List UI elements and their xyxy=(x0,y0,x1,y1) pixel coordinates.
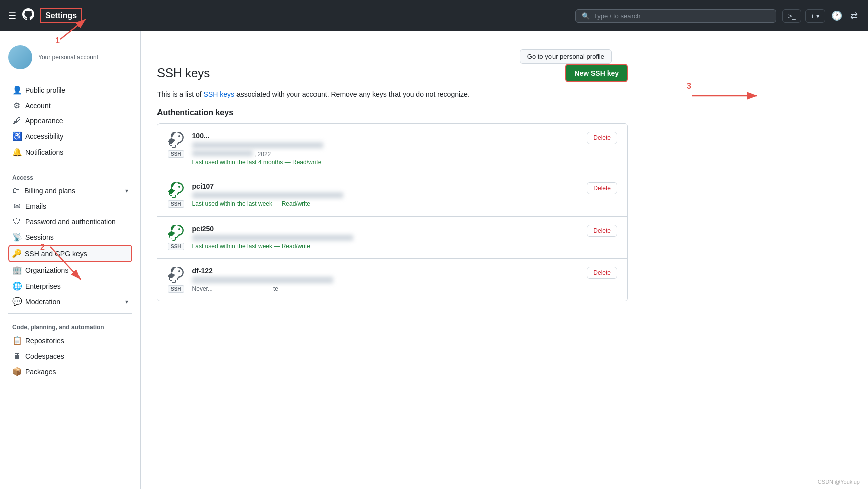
ssh-fingerprint-4 xyxy=(192,277,333,283)
ssh-name-1: 100... xyxy=(192,132,579,140)
sidebar-label-codespaces: Codespaces xyxy=(25,352,64,360)
sidebar-item-emails[interactable]: ✉ Emails xyxy=(8,198,132,214)
desc-text-after: associated with your account. Remove any… xyxy=(236,90,470,98)
main-content: Go to your personal profile SSH keys New… xyxy=(141,31,644,489)
ssh-key-item-4: SSH df-122 Never... te Delete xyxy=(157,259,627,301)
access-section-label: Access xyxy=(8,168,132,183)
sidebar-label-account: Account xyxy=(25,102,51,110)
billing-icon: 🗂 xyxy=(12,186,20,195)
new-ssh-key-button[interactable]: New SSH key xyxy=(565,64,628,82)
sessions-icon: 📡 xyxy=(12,232,21,242)
main-layout: Your personal account 👤 Public profile ⚙… xyxy=(0,31,868,489)
sidebar-label-appearance: Appearance xyxy=(25,117,63,125)
auth-section-title: Authentication keys xyxy=(157,108,628,117)
ssh-fingerprint-3 xyxy=(192,235,353,241)
repo-icon: 📋 xyxy=(12,336,21,345)
sidebar-item-packages[interactable]: 📦 Packages xyxy=(8,364,132,379)
ssh-name-4: df-122 xyxy=(192,267,579,275)
shield-icon: 🛡 xyxy=(12,217,21,226)
user-icon: 👤 xyxy=(12,85,21,95)
terminal-btn[interactable]: >_ xyxy=(782,9,801,23)
key-icon: 🔑 xyxy=(12,249,21,258)
ssh-name-2: pci107 xyxy=(192,182,579,190)
ssh-link[interactable]: SSH keys xyxy=(204,90,234,98)
ssh-usage-4: Never... te xyxy=(192,285,579,292)
sidebar-item-ssh-gpg[interactable]: 🔑 SSH and GPG keys xyxy=(8,245,132,262)
ssh-badge-2: SSH xyxy=(168,200,184,208)
key-icon-2: SSH xyxy=(168,182,184,208)
sidebar-label-packages: Packages xyxy=(25,368,56,376)
sidebar-item-sessions[interactable]: 📡 Sessions xyxy=(8,229,132,245)
ssh-name-3: pci250 xyxy=(192,225,579,233)
sidebar-label-public-profile: Public profile xyxy=(25,86,65,94)
sidebar-label-repositories: Repositories xyxy=(25,337,64,345)
sidebar-item-organizations[interactable]: 🏢 Organizations xyxy=(8,262,132,278)
package-icon: 📦 xyxy=(12,367,21,376)
moderation-icon: 💬 xyxy=(12,297,21,306)
sidebar-item-billing[interactable]: 🗂 Billing and plans ▾ xyxy=(8,183,132,198)
globe-icon: 🌐 xyxy=(12,281,21,291)
top-right-area: Go to your personal profile xyxy=(157,43,628,64)
ssh-info-2: pci107 Last used within the last week — … xyxy=(192,182,579,207)
sidebar-label-ssh-gpg: SSH and GPG keys xyxy=(25,250,87,258)
sidebar-item-moderation[interactable]: 💬 Moderation ▾ xyxy=(8,294,132,309)
ssh-badge-3: SSH xyxy=(168,243,184,250)
sidebar-label-organizations: Organizations xyxy=(25,266,68,274)
ssh-badge-4: SSH xyxy=(168,285,184,293)
codespace-icon: 🖥 xyxy=(12,352,21,361)
sidebar-label-enterprises: Enterprises xyxy=(25,282,61,290)
sidebar-item-public-profile[interactable]: 👤 Public profile xyxy=(8,82,132,98)
billing-expand-icon: ▾ xyxy=(125,187,128,194)
search-bar[interactable]: 🔍 Type / to search xyxy=(575,9,776,23)
go-to-profile-btn[interactable]: Go to your personal profile xyxy=(520,49,612,64)
delete-btn-1[interactable]: Delete xyxy=(587,132,617,144)
org-icon: 🏢 xyxy=(12,265,21,275)
sidebar-label-notifications: Notifications xyxy=(25,148,63,156)
hamburger-icon[interactable]: ☰ xyxy=(8,10,16,21)
sidebar-label-sessions: Sessions xyxy=(25,233,54,241)
ssh-info-3: pci250 Last used within the last week — … xyxy=(192,225,579,250)
ssh-usage-2: Last used within the last week — Read/wr… xyxy=(192,200,579,207)
top-nav: ☰ Settings 🔍 Type / to search >_ + ▾ 🕐 ⇄ xyxy=(0,0,868,31)
key-icon-4: SSH xyxy=(168,267,184,293)
sidebar-profile: Your personal account xyxy=(8,41,132,78)
ssh-usage-1: Last used within the last 4 months — Rea… xyxy=(192,159,579,166)
delete-btn-2[interactable]: Delete xyxy=(587,182,617,194)
pr-icon[interactable]: ⇄ xyxy=(848,8,860,23)
sidebar-item-appearance[interactable]: 🖌 Appearance xyxy=(8,113,132,128)
ssh-badge-1: SSH xyxy=(168,150,184,158)
ssh-key-item-1: SSH 100... , 2022 Last used within the l… xyxy=(157,124,627,174)
ssh-key-item-3: SSH pci250 Last used within the last wee… xyxy=(157,217,627,259)
sidebar-divider-1 xyxy=(8,164,132,164)
avatar xyxy=(8,45,32,69)
sidebar: Your personal account 👤 Public profile ⚙… xyxy=(0,31,141,489)
ssh-date-1: , 2022 xyxy=(192,150,579,158)
page-header: SSH keys New SSH key xyxy=(157,64,628,82)
ssh-fingerprint-1 xyxy=(192,142,323,148)
sidebar-divider-2 xyxy=(8,313,132,314)
sidebar-label-emails: Emails xyxy=(25,202,46,211)
sidebar-label-billing: Billing and plans xyxy=(24,187,75,195)
github-logo[interactable] xyxy=(22,8,34,23)
page-description: This is a list of SSH keys associated wi… xyxy=(157,90,628,98)
search-placeholder: Type / to search xyxy=(594,12,641,20)
sidebar-item-enterprises[interactable]: 🌐 Enterprises xyxy=(8,278,132,294)
ssh-usage-3: Last used within the last week — Read/wr… xyxy=(192,243,579,250)
delete-btn-3[interactable]: Delete xyxy=(587,225,617,237)
sidebar-item-account[interactable]: ⚙ Account xyxy=(8,98,132,113)
ssh-info-1: 100... , 2022 Last used within the last … xyxy=(192,132,579,166)
search-icon: 🔍 xyxy=(582,12,590,20)
delete-btn-4[interactable]: Delete xyxy=(587,267,617,279)
topnav-actions: >_ + ▾ 🕐 ⇄ xyxy=(782,8,860,23)
sidebar-label-accessibility: Accessibility xyxy=(25,132,63,141)
sidebar-item-repositories[interactable]: 📋 Repositories xyxy=(8,333,132,348)
sidebar-item-notifications[interactable]: 🔔 Notifications xyxy=(8,144,132,160)
key-icon-3: SSH xyxy=(168,225,184,250)
sidebar-item-codespaces[interactable]: 🖥 Codespaces xyxy=(8,348,132,364)
clock-icon[interactable]: 🕐 xyxy=(829,8,844,23)
bell-icon: 🔔 xyxy=(12,147,21,157)
key-icon-1: SSH xyxy=(168,132,184,158)
sidebar-item-password[interactable]: 🛡 Password and authentication xyxy=(8,214,132,229)
sidebar-item-accessibility[interactable]: ♿ Accessibility xyxy=(8,128,132,144)
new-btn[interactable]: + ▾ xyxy=(805,9,825,23)
